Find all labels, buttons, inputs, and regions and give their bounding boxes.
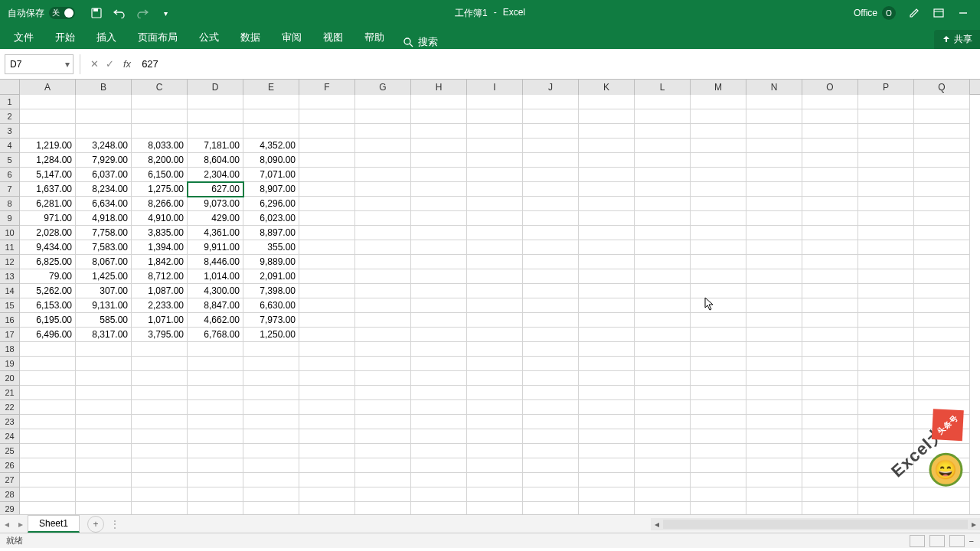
column-header[interactable]: I	[467, 80, 523, 95]
cell[interactable]	[858, 458, 914, 473]
cell[interactable]	[914, 357, 970, 371]
cell[interactable]: 7,758.00	[76, 226, 132, 240]
cell[interactable]	[523, 168, 579, 182]
cell[interactable]	[243, 371, 299, 386]
cell[interactable]	[802, 269, 858, 284]
cell[interactable]	[802, 458, 858, 473]
cell[interactable]	[579, 109, 635, 124]
cell[interactable]	[132, 109, 188, 124]
cell[interactable]	[76, 400, 132, 415]
cell[interactable]	[635, 400, 691, 415]
cell[interactable]	[746, 328, 802, 342]
cell[interactable]	[467, 298, 523, 313]
cell[interactable]	[691, 255, 746, 269]
cell[interactable]	[858, 298, 914, 313]
cell[interactable]	[914, 95, 970, 109]
cell[interactable]	[579, 473, 635, 487]
cell[interactable]: 4,910.00	[132, 211, 188, 226]
cell[interactable]	[746, 168, 802, 182]
cell[interactable]	[355, 211, 411, 226]
cell[interactable]	[188, 109, 243, 124]
cell[interactable]	[355, 429, 411, 444]
cell[interactable]	[635, 371, 691, 386]
cell[interactable]	[914, 124, 970, 139]
cell[interactable]	[802, 153, 858, 168]
cell[interactable]	[579, 139, 635, 153]
cell[interactable]	[355, 153, 411, 168]
cell[interactable]	[691, 284, 746, 298]
cell[interactable]: 1,087.00	[132, 284, 188, 298]
cell[interactable]	[746, 153, 802, 168]
cell[interactable]	[243, 109, 299, 124]
cell[interactable]: 8,847.00	[188, 298, 243, 313]
row-header[interactable]: 18	[0, 342, 20, 357]
cell[interactable]	[858, 269, 914, 284]
cell[interactable]	[746, 502, 802, 514]
cell[interactable]	[467, 429, 523, 444]
cell[interactable]: 4,361.00	[188, 226, 243, 240]
cell[interactable]: 7,181.00	[188, 139, 243, 153]
cell[interactable]	[467, 168, 523, 182]
cell[interactable]: 627.00	[188, 182, 243, 197]
cell[interactable]	[746, 269, 802, 284]
cell[interactable]: 9,073.00	[188, 197, 243, 211]
cell[interactable]	[411, 255, 467, 269]
cell[interactable]	[746, 371, 802, 386]
cell[interactable]	[132, 415, 188, 429]
tab-insert[interactable]: 插入	[86, 26, 127, 49]
cell[interactable]	[579, 197, 635, 211]
cell[interactable]	[411, 444, 467, 458]
cell[interactable]	[355, 124, 411, 139]
cell[interactable]	[914, 458, 970, 473]
cell[interactable]	[76, 124, 132, 139]
tab-file[interactable]: 文件	[3, 26, 44, 49]
cell[interactable]	[467, 182, 523, 197]
column-header[interactable]: O	[802, 80, 858, 95]
cell[interactable]	[299, 444, 355, 458]
cell[interactable]	[635, 197, 691, 211]
cell[interactable]	[411, 124, 467, 139]
cell[interactable]	[635, 139, 691, 153]
cell[interactable]	[132, 444, 188, 458]
cell[interactable]	[20, 444, 76, 458]
cell[interactable]	[579, 386, 635, 400]
save-icon[interactable]	[90, 7, 103, 19]
view-page-break-icon[interactable]	[949, 535, 965, 547]
cell[interactable]: 8,446.00	[188, 255, 243, 269]
cell[interactable]	[299, 197, 355, 211]
cell[interactable]	[523, 124, 579, 139]
cell[interactable]	[299, 458, 355, 473]
column-header[interactable]: F	[299, 80, 355, 95]
cell[interactable]: 8,317.00	[76, 328, 132, 342]
cell[interactable]	[523, 487, 579, 502]
column-header[interactable]: P	[858, 80, 914, 95]
cell[interactable]	[355, 109, 411, 124]
cell[interactable]	[635, 168, 691, 182]
cell[interactable]	[691, 386, 746, 400]
cell[interactable]	[858, 371, 914, 386]
cell[interactable]	[635, 313, 691, 328]
row-header[interactable]: 7	[0, 182, 20, 197]
cell[interactable]	[691, 342, 746, 357]
cell[interactable]	[914, 386, 970, 400]
cell[interactable]	[579, 313, 635, 328]
cell[interactable]	[76, 458, 132, 473]
cell[interactable]	[914, 400, 970, 415]
cell[interactable]	[914, 313, 970, 328]
cell[interactable]	[579, 458, 635, 473]
view-normal-icon[interactable]	[910, 535, 925, 547]
cell[interactable]	[914, 211, 970, 226]
office-account[interactable]: Office O	[854, 6, 896, 20]
cell[interactable]	[411, 153, 467, 168]
cell[interactable]	[746, 124, 802, 139]
cell[interactable]	[858, 429, 914, 444]
cell[interactable]	[20, 487, 76, 502]
horizontal-scrollbar[interactable]: ◂ ▸	[651, 518, 980, 530]
cell[interactable]	[579, 342, 635, 357]
cell[interactable]	[355, 444, 411, 458]
cell[interactable]	[858, 313, 914, 328]
row-header[interactable]: 23	[0, 415, 20, 429]
cell[interactable]	[802, 371, 858, 386]
cell[interactable]	[914, 429, 970, 444]
row-header[interactable]: 9	[0, 211, 20, 226]
